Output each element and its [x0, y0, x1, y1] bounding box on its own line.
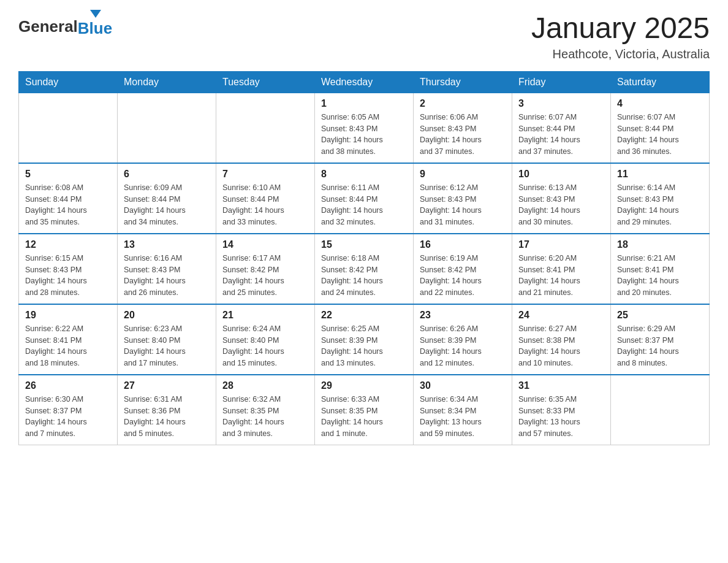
day-number: 21: [222, 310, 308, 321]
day-cell: 8Sunrise: 6:11 AM Sunset: 8:44 PM Daylig…: [315, 163, 414, 234]
header-day-friday: Friday: [512, 71, 611, 93]
week-row-1: 5Sunrise: 6:08 AM Sunset: 8:44 PM Daylig…: [19, 163, 710, 234]
day-info: Sunrise: 6:08 AM Sunset: 8:44 PM Dayligh…: [25, 182, 111, 228]
day-info: Sunrise: 6:25 AM Sunset: 8:39 PM Dayligh…: [321, 323, 407, 369]
day-cell: 12Sunrise: 6:15 AM Sunset: 8:43 PM Dayli…: [19, 234, 118, 304]
day-info: Sunrise: 6:06 AM Sunset: 8:43 PM Dayligh…: [420, 112, 506, 158]
day-cell: 18Sunrise: 6:21 AM Sunset: 8:41 PM Dayli…: [611, 234, 710, 304]
day-number: 13: [124, 239, 210, 250]
day-cell: 31Sunrise: 6:35 AM Sunset: 8:33 PM Dayli…: [512, 375, 611, 445]
day-cell: [611, 375, 710, 445]
day-number: 20: [124, 310, 210, 321]
day-cell: 23Sunrise: 6:26 AM Sunset: 8:39 PM Dayli…: [414, 304, 512, 375]
day-number: 4: [617, 98, 703, 109]
day-cell: 14Sunrise: 6:17 AM Sunset: 8:42 PM Dayli…: [216, 234, 315, 304]
day-number: 1: [321, 98, 407, 109]
day-info: Sunrise: 6:11 AM Sunset: 8:44 PM Dayligh…: [321, 182, 407, 228]
day-info: Sunrise: 6:26 AM Sunset: 8:39 PM Dayligh…: [420, 323, 506, 369]
day-info: Sunrise: 6:20 AM Sunset: 8:41 PM Dayligh…: [518, 253, 604, 299]
day-cell: 9Sunrise: 6:12 AM Sunset: 8:43 PM Daylig…: [414, 163, 512, 234]
day-info: Sunrise: 6:24 AM Sunset: 8:40 PM Dayligh…: [222, 323, 308, 369]
day-number: 9: [420, 169, 506, 180]
day-info: Sunrise: 6:21 AM Sunset: 8:41 PM Dayligh…: [617, 253, 703, 299]
day-number: 7: [222, 169, 308, 180]
day-info: Sunrise: 6:27 AM Sunset: 8:38 PM Dayligh…: [518, 323, 604, 369]
day-info: Sunrise: 6:17 AM Sunset: 8:42 PM Dayligh…: [222, 253, 308, 299]
calendar-table: SundayMondayTuesdayWednesdayThursdayFrid…: [18, 71, 710, 445]
day-cell: 19Sunrise: 6:22 AM Sunset: 8:41 PM Dayli…: [19, 304, 118, 375]
day-number: 16: [420, 239, 506, 250]
logo-blue-text: Blue: [78, 20, 112, 36]
day-cell: 1Sunrise: 6:05 AM Sunset: 8:43 PM Daylig…: [315, 93, 414, 163]
header: General Blue January 2025 Heathcote, Vic…: [18, 12, 710, 61]
day-cell: 25Sunrise: 6:29 AM Sunset: 8:37 PM Dayli…: [611, 304, 710, 375]
week-row-3: 19Sunrise: 6:22 AM Sunset: 8:41 PM Dayli…: [19, 304, 710, 375]
day-info: Sunrise: 6:15 AM Sunset: 8:43 PM Dayligh…: [25, 253, 111, 299]
day-cell: [118, 93, 216, 163]
day-cell: 29Sunrise: 6:33 AM Sunset: 8:35 PM Dayli…: [315, 375, 414, 445]
day-info: Sunrise: 6:23 AM Sunset: 8:40 PM Dayligh…: [124, 323, 210, 369]
day-number: 19: [25, 310, 111, 321]
title-block: January 2025 Heathcote, Victoria, Austra…: [531, 12, 710, 61]
day-info: Sunrise: 6:14 AM Sunset: 8:43 PM Dayligh…: [617, 182, 703, 228]
day-info: Sunrise: 6:35 AM Sunset: 8:33 PM Dayligh…: [518, 394, 604, 440]
day-info: Sunrise: 6:34 AM Sunset: 8:34 PM Dayligh…: [420, 394, 506, 440]
day-info: Sunrise: 6:29 AM Sunset: 8:37 PM Dayligh…: [617, 323, 703, 369]
header-day-thursday: Thursday: [414, 71, 512, 93]
header-day-monday: Monday: [118, 71, 216, 93]
day-number: 2: [420, 98, 506, 109]
day-number: 14: [222, 239, 308, 250]
logo-blue-part: Blue: [78, 12, 112, 36]
week-row-2: 12Sunrise: 6:15 AM Sunset: 8:43 PM Dayli…: [19, 234, 710, 304]
day-cell: 28Sunrise: 6:32 AM Sunset: 8:35 PM Dayli…: [216, 375, 315, 445]
day-info: Sunrise: 6:16 AM Sunset: 8:43 PM Dayligh…: [124, 253, 210, 299]
day-cell: 20Sunrise: 6:23 AM Sunset: 8:40 PM Dayli…: [118, 304, 216, 375]
day-number: 5: [25, 169, 111, 180]
day-cell: 24Sunrise: 6:27 AM Sunset: 8:38 PM Dayli…: [512, 304, 611, 375]
day-number: 6: [124, 169, 210, 180]
day-cell: 17Sunrise: 6:20 AM Sunset: 8:41 PM Dayli…: [512, 234, 611, 304]
day-info: Sunrise: 6:32 AM Sunset: 8:35 PM Dayligh…: [222, 394, 308, 440]
day-number: 8: [321, 169, 407, 180]
day-number: 25: [617, 310, 703, 321]
day-info: Sunrise: 6:31 AM Sunset: 8:36 PM Dayligh…: [124, 394, 210, 440]
day-number: 11: [617, 169, 703, 180]
logo: General Blue: [18, 12, 112, 36]
day-cell: 10Sunrise: 6:13 AM Sunset: 8:43 PM Dayli…: [512, 163, 611, 234]
day-cell: 4Sunrise: 6:07 AM Sunset: 8:44 PM Daylig…: [611, 93, 710, 163]
day-cell: 3Sunrise: 6:07 AM Sunset: 8:44 PM Daylig…: [512, 93, 611, 163]
logo-text: General Blue: [18, 12, 112, 36]
day-number: 10: [518, 169, 604, 180]
day-info: Sunrise: 6:10 AM Sunset: 8:44 PM Dayligh…: [222, 182, 308, 228]
day-cell: 16Sunrise: 6:19 AM Sunset: 8:42 PM Dayli…: [414, 234, 512, 304]
day-number: 17: [518, 239, 604, 250]
week-row-4: 26Sunrise: 6:30 AM Sunset: 8:37 PM Dayli…: [19, 375, 710, 445]
day-cell: 15Sunrise: 6:18 AM Sunset: 8:42 PM Dayli…: [315, 234, 414, 304]
day-cell: 21Sunrise: 6:24 AM Sunset: 8:40 PM Dayli…: [216, 304, 315, 375]
header-day-wednesday: Wednesday: [315, 71, 414, 93]
day-cell: 22Sunrise: 6:25 AM Sunset: 8:39 PM Dayli…: [315, 304, 414, 375]
day-cell: 30Sunrise: 6:34 AM Sunset: 8:34 PM Dayli…: [414, 375, 512, 445]
day-info: Sunrise: 6:07 AM Sunset: 8:44 PM Dayligh…: [518, 112, 604, 158]
day-number: 3: [518, 98, 604, 109]
calendar-subtitle: Heathcote, Victoria, Australia: [531, 47, 710, 61]
day-info: Sunrise: 6:22 AM Sunset: 8:41 PM Dayligh…: [25, 323, 111, 369]
day-info: Sunrise: 6:33 AM Sunset: 8:35 PM Dayligh…: [321, 394, 407, 440]
day-number: 28: [222, 380, 308, 391]
week-row-0: 1Sunrise: 6:05 AM Sunset: 8:43 PM Daylig…: [19, 93, 710, 163]
header-day-tuesday: Tuesday: [216, 71, 315, 93]
day-cell: 6Sunrise: 6:09 AM Sunset: 8:44 PM Daylig…: [118, 163, 216, 234]
logo-arrow-icon: [90, 10, 101, 18]
day-number: 30: [420, 380, 506, 391]
day-cell: [19, 93, 118, 163]
day-cell: 27Sunrise: 6:31 AM Sunset: 8:36 PM Dayli…: [118, 375, 216, 445]
day-cell: 2Sunrise: 6:06 AM Sunset: 8:43 PM Daylig…: [414, 93, 512, 163]
header-day-saturday: Saturday: [611, 71, 710, 93]
day-info: Sunrise: 6:12 AM Sunset: 8:43 PM Dayligh…: [420, 182, 506, 228]
day-number: 29: [321, 380, 407, 391]
day-number: 22: [321, 310, 407, 321]
day-cell: [216, 93, 315, 163]
day-number: 24: [518, 310, 604, 321]
day-info: Sunrise: 6:07 AM Sunset: 8:44 PM Dayligh…: [617, 112, 703, 158]
day-number: 27: [124, 380, 210, 391]
